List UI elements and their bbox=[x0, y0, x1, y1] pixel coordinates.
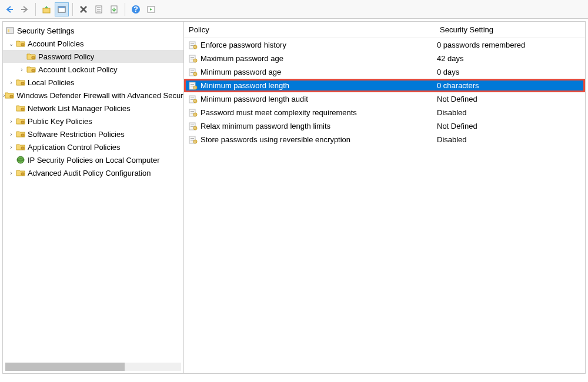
svg-rect-41 bbox=[191, 98, 194, 98]
policy-name: Minimum password age bbox=[201, 68, 437, 76]
expand-arrow-icon[interactable] bbox=[6, 103, 16, 113]
svg-rect-15 bbox=[32, 69, 35, 72]
show-hide-button[interactable] bbox=[55, 2, 69, 16]
svg-rect-16 bbox=[21, 82, 24, 85]
security-settings-icon bbox=[5, 26, 15, 35]
properties-icon bbox=[94, 5, 103, 14]
properties-button[interactable] bbox=[92, 2, 106, 16]
folder-icon bbox=[16, 104, 25, 112]
svg-rect-30 bbox=[191, 59, 194, 59]
tree-label: Password Policy bbox=[36, 52, 94, 61]
svg-rect-12 bbox=[8, 29, 9, 32]
policy-setting: 0 days bbox=[437, 68, 585, 76]
policy-setting: Disabled bbox=[437, 135, 585, 144]
tree-label: Advanced Audit Policy Configuration bbox=[25, 169, 151, 177]
policy-name: Store passwords using reversible encrypt… bbox=[201, 135, 437, 144]
tree-item-application-control-policies[interactable]: ›Application Control Policies bbox=[3, 140, 183, 153]
tree-item-local-policies[interactable]: ›Local Policies bbox=[3, 76, 183, 89]
tree-item-software-restriction-policies[interactable]: ›Software Restriction Policies bbox=[3, 128, 183, 140]
folder-icon bbox=[16, 156, 25, 164]
policy-name: Maximum password age bbox=[201, 54, 437, 63]
tree-item-windows-defender-firewall-with-advanced-security[interactable]: ›Windows Defender Firewall with Advanced… bbox=[3, 89, 183, 102]
action-button[interactable] bbox=[144, 2, 158, 16]
svg-point-22 bbox=[17, 156, 24, 163]
svg-rect-34 bbox=[191, 72, 194, 73]
svg-rect-17 bbox=[10, 95, 13, 98]
svg-rect-14 bbox=[32, 56, 35, 59]
policy-setting: 42 days bbox=[437, 54, 585, 63]
folder-icon bbox=[16, 78, 25, 86]
expand-arrow-icon[interactable]: ⌄ bbox=[6, 39, 16, 48]
policy-row-minimum-password-length[interactable]: Minimum password length0 characters bbox=[184, 79, 585, 92]
panel-icon bbox=[57, 5, 66, 14]
policy-row-relax-minimum-password-length-limits[interactable]: Relax minimum password length limitsNot … bbox=[184, 119, 585, 133]
expand-arrow-icon[interactable] bbox=[17, 52, 26, 61]
policy-row-store-passwords-using-reversible-encryption[interactable]: Store passwords using reversible encrypt… bbox=[184, 133, 585, 146]
svg-rect-18 bbox=[21, 108, 24, 110]
export-button[interactable] bbox=[107, 2, 121, 16]
tree-root-security-settings[interactable]: Security Settings bbox=[3, 24, 183, 37]
policy-row-maximum-password-age[interactable]: Maximum password age42 days bbox=[184, 52, 585, 65]
policy-row-minimum-password-length-audit[interactable]: Minimum password length auditNot Defined bbox=[184, 92, 585, 106]
folder-icon bbox=[16, 143, 25, 151]
action-icon bbox=[146, 5, 156, 14]
tree-label: Network List Manager Policies bbox=[25, 104, 131, 113]
expand-arrow-icon[interactable]: › bbox=[6, 116, 16, 126]
tree-item-account-lockout-policy[interactable]: ›Account Lockout Policy bbox=[3, 63, 183, 76]
svg-text:?: ? bbox=[133, 5, 138, 14]
svg-point-47 bbox=[193, 113, 197, 116]
delete-button[interactable] bbox=[76, 2, 91, 16]
help-icon: ? bbox=[131, 5, 141, 14]
tree-item-network-list-manager-policies[interactable]: Network List Manager Policies bbox=[3, 102, 183, 115]
svg-rect-21 bbox=[21, 147, 24, 149]
policy-row-password-must-meet-complexity-requirements[interactable]: Password must meet complexity requiremen… bbox=[184, 106, 585, 119]
tree-label: Security Settings bbox=[15, 26, 75, 35]
svg-rect-26 bbox=[191, 45, 194, 46]
tree-item-ip-security-policies-on-local-computer[interactable]: IP Security Policies on Local Computer bbox=[3, 153, 183, 166]
svg-point-27 bbox=[193, 45, 197, 49]
expand-arrow-icon[interactable]: › bbox=[6, 168, 16, 177]
policy-icon bbox=[188, 67, 198, 78]
tree-item-password-policy[interactable]: Password Policy bbox=[3, 50, 183, 63]
policy-icon bbox=[188, 40, 198, 51]
svg-rect-19 bbox=[21, 121, 24, 123]
up-button[interactable] bbox=[39, 2, 54, 16]
scrollbar-thumb[interactable] bbox=[5, 363, 125, 371]
expand-arrow-icon[interactable]: › bbox=[17, 65, 26, 74]
folder-icon bbox=[16, 117, 25, 125]
policy-setting: 0 characters bbox=[437, 81, 585, 90]
folder-icon bbox=[16, 39, 25, 48]
policy-icon bbox=[188, 94, 198, 105]
expand-arrow-icon[interactable]: › bbox=[6, 129, 16, 139]
policy-row-enforce-password-history[interactable]: Enforce password history0 passwords reme… bbox=[184, 38, 585, 52]
svg-rect-38 bbox=[191, 86, 194, 86]
back-button[interactable] bbox=[2, 2, 16, 16]
policy-setting: Not Defined bbox=[437, 122, 585, 130]
column-header-security-setting[interactable]: Security Setting bbox=[437, 25, 585, 34]
toolbar-divider bbox=[125, 3, 125, 16]
svg-point-51 bbox=[193, 126, 197, 130]
tree-label: Local Policies bbox=[25, 78, 75, 87]
svg-rect-33 bbox=[191, 71, 194, 71]
svg-rect-13 bbox=[21, 43, 24, 46]
tree-item-public-key-policies[interactable]: ›Public Key Policies bbox=[3, 115, 183, 128]
help-button[interactable]: ? bbox=[129, 2, 143, 16]
svg-rect-45 bbox=[191, 111, 194, 112]
policy-name: Minimum password length bbox=[201, 81, 437, 90]
tree-item-advanced-audit-policy-configuration[interactable]: ›Advanced Audit Policy Configuration bbox=[3, 166, 183, 179]
policy-row-minimum-password-age[interactable]: Minimum password age0 days bbox=[184, 65, 585, 79]
tree-item-account-policies[interactable]: ⌄Account Policies bbox=[3, 37, 183, 50]
forward-button[interactable] bbox=[18, 2, 32, 16]
policy-icon bbox=[188, 135, 198, 145]
column-header-policy[interactable]: Policy bbox=[184, 25, 437, 34]
policy-icon bbox=[188, 108, 198, 118]
tree-label: Public Key Policies bbox=[25, 117, 92, 126]
horizontal-scrollbar[interactable] bbox=[5, 363, 181, 371]
expand-arrow-icon[interactable] bbox=[6, 155, 16, 165]
expand-arrow-icon[interactable]: › bbox=[6, 142, 16, 152]
tree-label: Software Restriction Policies bbox=[25, 130, 125, 139]
folder-icon bbox=[16, 130, 25, 138]
svg-rect-49 bbox=[191, 125, 194, 125]
toolbar-divider bbox=[72, 3, 73, 16]
expand-arrow-icon[interactable]: › bbox=[6, 78, 16, 87]
